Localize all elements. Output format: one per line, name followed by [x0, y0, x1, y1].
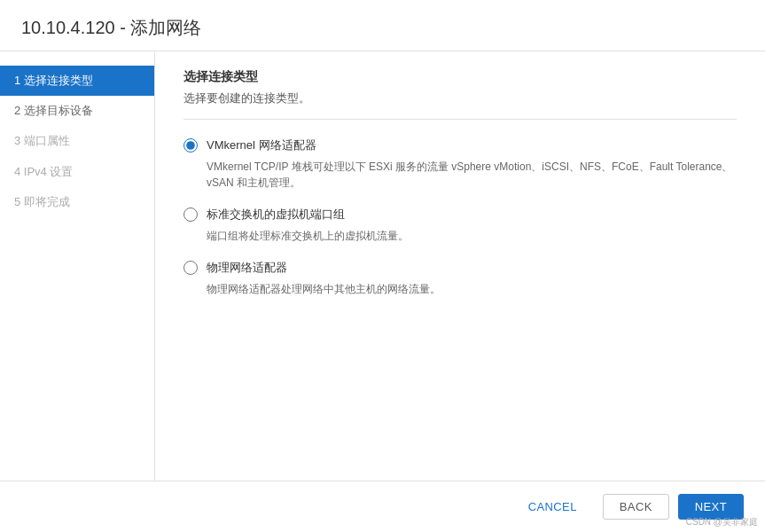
back-button[interactable]: BACK — [603, 494, 669, 520]
main-content: 选择连接类型 选择要创建的连接类型。 VMkernel 网络适配器VMkerne… — [155, 51, 765, 532]
option-desc-standard: 端口组将处理标准交换机上的虚拟机流量。 — [207, 228, 737, 244]
option-desc-vmkernel: VMkernel TCP/IP 堆栈可处理以下 ESXi 服务的流量 vSphe… — [207, 159, 737, 191]
options-area: VMkernel 网络适配器VMkernel TCP/IP 堆栈可处理以下 ES… — [183, 137, 737, 515]
option-title-standard: 标准交换机的虚拟机端口组 — [207, 207, 345, 223]
option-standard: 标准交换机的虚拟机端口组端口组将处理标准交换机上的虚拟机流量。 — [183, 207, 737, 244]
sidebar-item-step5: 5 即将完成 — [0, 187, 154, 217]
sidebar-item-step2[interactable]: 2 选择目标设备 — [0, 96, 154, 126]
sidebar-item-step3: 3 端口属性 — [0, 126, 154, 156]
watermark: CSDN @吴非家庭 — [686, 516, 758, 528]
footer: CANCEL BACK NEXT — [0, 481, 765, 532]
option-title-vmkernel: VMkernel 网络适配器 — [207, 137, 316, 153]
radio-vmkernel[interactable] — [183, 138, 198, 153]
sidebar: 1 选择连接类型2 选择目标设备3 端口属性4 IPv4 设置5 即将完成 — [0, 51, 155, 532]
option-title-physical: 物理网络适配器 — [207, 260, 287, 276]
radio-physical[interactable] — [183, 261, 198, 275]
sidebar-item-step4: 4 IPv4 设置 — [0, 157, 154, 187]
option-physical: 物理网络适配器物理网络适配器处理网络中其他主机的网络流量。 — [183, 260, 737, 297]
divider — [183, 119, 737, 120]
option-desc-physical: 物理网络适配器处理网络中其他主机的网络流量。 — [207, 281, 737, 297]
radio-standard[interactable] — [183, 207, 198, 222]
page-title: 10.10.4.120 - 添加网络 — [0, 0, 765, 51]
cancel-button[interactable]: CANCEL — [511, 494, 594, 520]
section-subtitle: 选择要创建的连接类型。 — [183, 90, 737, 106]
section-title: 选择连接类型 — [183, 69, 737, 85]
option-vmkernel: VMkernel 网络适配器VMkernel TCP/IP 堆栈可处理以下 ES… — [183, 137, 737, 191]
sidebar-item-step1[interactable]: 1 选择连接类型 — [0, 66, 154, 96]
